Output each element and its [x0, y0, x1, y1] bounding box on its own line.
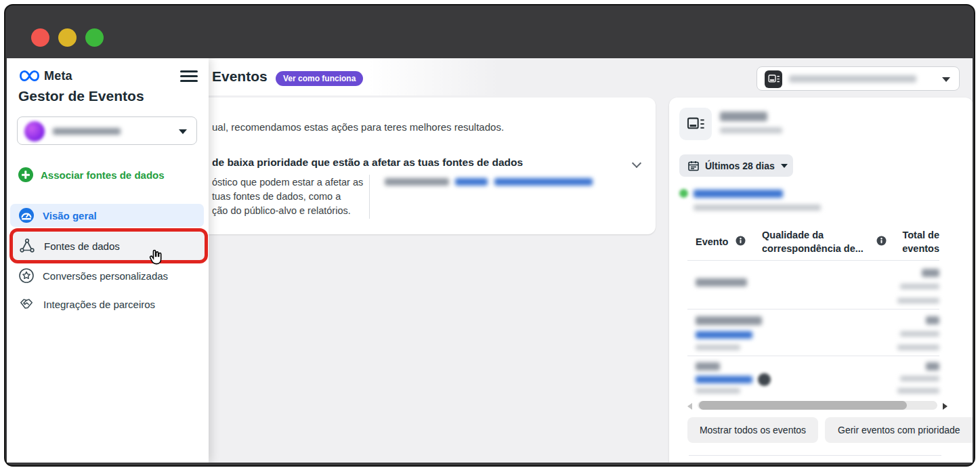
caret-down-icon: [781, 164, 788, 168]
date-range-label: Últimos 28 dias: [705, 161, 775, 171]
redacted-subtext: [897, 345, 939, 350]
divider: [687, 309, 939, 309]
dataset-overview-panel: Últimos 28 dias Evento Qualidade da corr…: [669, 98, 973, 463]
sidebar-item-overview[interactable]: Visão geral: [10, 204, 204, 227]
brand-name: Meta: [44, 69, 72, 83]
redacted-link[interactable]: [494, 178, 593, 186]
redacted-event-count: [926, 316, 939, 324]
status-dot: [679, 189, 688, 198]
redacted-subtext: [696, 388, 740, 393]
meta-logo: Meta: [18, 68, 72, 83]
handshake-icon: [19, 297, 35, 312]
minimize-button[interactable]: [58, 28, 77, 47]
scroll-left-arrow-icon[interactable]: [687, 403, 692, 410]
redacted-event-name: [696, 316, 762, 325]
redacted-account-name: [53, 128, 121, 135]
redacted-link[interactable]: [455, 178, 488, 186]
sidebar: Meta Gestor de Eventos Associar fontes d…: [7, 58, 209, 463]
redacted-dataset-name: [789, 75, 916, 83]
redacted-link[interactable]: [696, 376, 752, 383]
redacted-event-count: [922, 269, 939, 277]
redacted-link[interactable]: [696, 331, 752, 339]
date-range-button[interactable]: Últimos 28 dias: [679, 154, 793, 177]
redacted-subtext: [900, 376, 939, 381]
page-title: Eventos: [212, 68, 268, 85]
redacted-subtext: [897, 388, 939, 393]
caret-down-icon: [942, 77, 950, 82]
vertical-divider: [369, 175, 370, 219]
dataset-selector-dropdown[interactable]: [757, 66, 960, 91]
window-content: Eventos Ver como funciona ual, recomenda…: [7, 58, 973, 463]
redacted-subtext: [696, 345, 740, 350]
sidebar-item-partner-integrations[interactable]: Integrações de parceiros: [10, 293, 204, 316]
redacted-badge-icon: [758, 373, 771, 386]
issues-section-title: de baixa prioridade que estão a afetar a…: [212, 156, 523, 169]
scrollbar-thumb[interactable]: [699, 401, 907, 410]
plus-icon: [18, 167, 33, 182]
scrollbar-track[interactable]: [698, 401, 937, 410]
show-all-events-button[interactable]: Mostrar todos os eventos: [687, 417, 818, 443]
issues-description: óstico que podem estar a afetar as tuas …: [212, 175, 372, 218]
how-it-works-badge[interactable]: Ver como funciona: [276, 71, 363, 86]
column-header-total: Total de eventos: [892, 228, 939, 255]
calendar-icon: [688, 161, 699, 171]
manage-priority-events-button[interactable]: Gerir eventos com prioridade: [825, 417, 973, 443]
divider: [689, 455, 941, 456]
redacted-event-count: [926, 362, 939, 370]
redacted-subtext: [900, 331, 939, 337]
redacted-subtext: [900, 284, 939, 289]
connect-data-sources-button[interactable]: Associar fontes de dados: [18, 167, 165, 182]
sidebar-item-custom-conversions[interactable]: Conversões personalizadas: [10, 264, 204, 287]
issues-description-line: tuas fontes de dados, como a: [212, 190, 372, 204]
caret-down-icon: [179, 129, 187, 134]
redacted-event-name: [696, 362, 720, 370]
redacted-dataset-title: [720, 112, 767, 121]
star-circle-icon: [19, 268, 34, 283]
divider: [687, 356, 939, 356]
issues-description-line: óstico que podem estar a afetar as: [212, 175, 372, 190]
data-sources-icon: [19, 238, 35, 254]
dataset-icon: [765, 70, 782, 88]
column-header-event: Evento: [696, 235, 728, 249]
redacted-text: [385, 178, 449, 186]
sidebar-item-data-sources[interactable]: Fontes de dados: [9, 228, 208, 263]
column-header-match-quality: Qualidade da correspondência de...: [762, 228, 878, 255]
info-icon[interactable]: [876, 236, 887, 246]
sidebar-item-label: Integrações de parceiros: [43, 299, 155, 310]
scroll-right-arrow-icon[interactable]: [943, 403, 947, 410]
redacted-subtext: [897, 298, 939, 303]
sidebar-item-label: Conversões personalizadas: [43, 270, 168, 282]
cursor-pointer: [147, 249, 165, 267]
meta-infinity-icon: [18, 70, 41, 82]
avatar: [24, 121, 45, 142]
app-window: Eventos Ver como funciona ual, recomenda…: [4, 4, 975, 467]
redacted-event-name: [696, 278, 747, 286]
redacted-identification: [694, 205, 821, 211]
sidebar-item-label: Visão geral: [43, 210, 97, 221]
divider: [687, 260, 939, 261]
connect-data-sources-label: Associar fontes de dados: [41, 169, 165, 181]
sidebar-item-label: Fontes de dados: [44, 240, 120, 252]
menu-icon[interactable]: [180, 70, 198, 82]
horizontal-scrollbar[interactable]: [687, 401, 947, 410]
redacted-pixel-link[interactable]: [694, 190, 783, 198]
info-icon[interactable]: [736, 236, 746, 246]
redacted-dataset-id: [720, 127, 782, 133]
zoom-button[interactable]: [85, 28, 104, 47]
intro-text: ual, recomendamos estas ações para teres…: [212, 121, 504, 133]
gauge-icon: [19, 208, 34, 223]
issues-description-line: ção do público-alvo e relatórios.: [212, 204, 372, 218]
dataset-icon-tile: [679, 108, 712, 140]
close-button[interactable]: [31, 28, 49, 47]
account-selector[interactable]: [17, 116, 197, 145]
app-title: Gestor de Eventos: [18, 88, 144, 104]
